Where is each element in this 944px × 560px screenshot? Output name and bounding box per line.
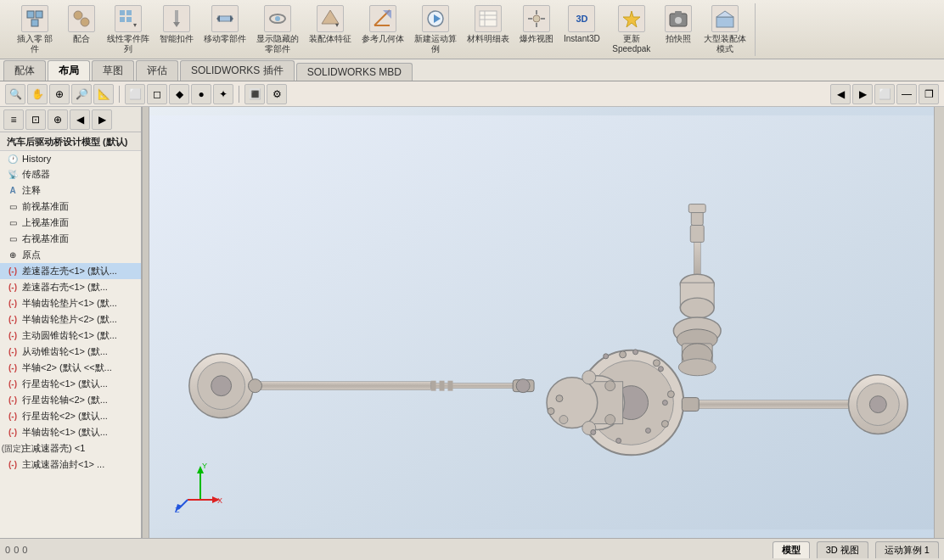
- insert-part-button[interactable]: 插入零 部件: [10, 3, 59, 56]
- scene-button[interactable]: 🔳: [244, 84, 265, 104]
- svg-point-3: [74, 11, 82, 20]
- tree-item-planet-gear1[interactable]: (-) 行星齿轮<1> (默认...: [0, 376, 141, 392]
- viewport-right-scrollbar[interactable]: [934, 107, 944, 538]
- status-tab-motion[interactable]: 运动算例 1: [875, 541, 939, 558]
- tree-item-diff-left[interactable]: (-) 差速器左壳<1> (默认...: [0, 263, 141, 279]
- tree-item-oil-seal[interactable]: (-) 主减速器油封<1> ...: [0, 456, 141, 473]
- svg-point-87: [556, 395, 563, 402]
- instant3d-button[interactable]: 3D Instant3D: [560, 3, 604, 56]
- zoom-in-button[interactable]: 🔍: [5, 84, 25, 104]
- annotation-label: 注释: [22, 184, 41, 197]
- svg-rect-77: [688, 204, 705, 213]
- svg-rect-89: [440, 381, 445, 391]
- display-mode-button[interactable]: ◆: [169, 84, 189, 104]
- bom-button[interactable]: 材料明细表: [464, 3, 513, 56]
- tree-item-half-gear-shim2[interactable]: (-) 半轴齿轮垫片<2> (默...: [0, 311, 141, 328]
- speedpak-button[interactable]: 更新Speedpak: [607, 3, 656, 56]
- tab-piti[interactable]: 配体: [3, 60, 46, 81]
- right-plane-label: 右视基准面: [22, 232, 69, 245]
- sensor-icon: 📡: [7, 169, 19, 181]
- mate-button[interactable]: 配合: [63, 3, 100, 56]
- move-part-button[interactable]: 移动零部件: [200, 3, 250, 56]
- svg-point-28: [533, 15, 540, 22]
- tree-item-planet-shaft2[interactable]: (-) 行星齿轮轴<2> (默...: [0, 392, 141, 408]
- svg-point-75: [678, 359, 716, 376]
- fit-button[interactable]: ⊕: [49, 84, 70, 104]
- restore-button[interactable]: ❐: [919, 84, 939, 104]
- speedpak-label: 更新Speedpak: [610, 34, 653, 54]
- pan-button[interactable]: ✋: [27, 84, 48, 104]
- status-tab-3dview[interactable]: 3D 视图: [817, 541, 868, 558]
- assembly-feature-button[interactable]: ▾ 装配体特征: [306, 3, 355, 56]
- snapshot-button[interactable]: 拍快照: [660, 3, 697, 56]
- prev-view-button[interactable]: ◀: [830, 84, 851, 104]
- tree-item-diff-right[interactable]: (-) 差速器右壳<1> (默...: [0, 279, 141, 295]
- tree-item-half-axle-gear1[interactable]: (-) 半轴齿轮<1> (默认...: [0, 424, 141, 440]
- sidebar-btn-2[interactable]: ⊡: [25, 109, 46, 130]
- svg-point-84: [591, 429, 596, 434]
- status-tab-model[interactable]: 模型: [773, 541, 810, 558]
- view-settings-button[interactable]: ⚙: [267, 84, 287, 104]
- section-view-button[interactable]: ⬜: [125, 84, 145, 104]
- diff-right-label: 差速器右壳<1> (默...: [22, 281, 108, 294]
- tree-item-half-shaft2[interactable]: (-) 半轴<2> (默认 <<默...: [0, 360, 141, 376]
- status-num-1: 0: [5, 545, 10, 555]
- smart-fastener-button[interactable]: 智能扣件: [156, 3, 197, 56]
- tree-item-sensor[interactable]: 📡 传感器: [0, 166, 141, 182]
- tree-item-top-plane[interactable]: ▭ 上视基准面: [0, 215, 141, 231]
- svg-point-42: [211, 376, 232, 396]
- status-numbers: 0 0 0: [5, 545, 27, 555]
- explode-label: 爆炸视图: [520, 34, 553, 44]
- lighting-button[interactable]: ✦: [213, 84, 233, 104]
- tab-sw-plugin[interactable]: SOLIDWORKS 插件: [180, 60, 295, 81]
- part-array-button[interactable]: ▾ 线性零件阵列: [104, 3, 153, 56]
- svg-text:▾: ▾: [335, 21, 339, 29]
- show-hide-label: 显示隐藏的零部件: [256, 34, 299, 54]
- sidebar-btn-4[interactable]: ◀: [70, 109, 90, 130]
- tree-item-origin[interactable]: ⊕ 原点: [0, 247, 141, 263]
- maximize-button[interactable]: ⬜: [874, 84, 895, 104]
- tree-item-front-plane[interactable]: ▭ 前视基准面: [0, 199, 141, 215]
- smart-fastener-label: 智能扣件: [160, 34, 194, 44]
- tree-item-half-gear-shim1[interactable]: (-) 半轴齿轮垫片<1> (默...: [0, 295, 141, 311]
- tab-evaluate[interactable]: 评估: [136, 60, 178, 81]
- sidebar-btn-1[interactable]: ≡: [3, 109, 24, 130]
- show-hide-button[interactable]: 显示隐藏的零部件: [253, 3, 302, 56]
- measure-button[interactable]: 📐: [93, 84, 114, 104]
- tree-item-driven-bevel[interactable]: (-) 从动锥齿轮<1> (默...: [0, 344, 141, 360]
- speedpak-icon: [618, 5, 645, 32]
- render-style-button[interactable]: ●: [191, 84, 211, 104]
- new-motion-button[interactable]: 新建运动算例: [411, 3, 460, 56]
- annotation-icon: A: [7, 185, 19, 197]
- sidebar-btn-5[interactable]: ▶: [92, 109, 112, 130]
- explode-button[interactable]: 爆炸视图: [516, 3, 557, 56]
- view-orient-button[interactable]: ◻: [147, 84, 167, 104]
- zoom-to-selection[interactable]: 🔎: [71, 84, 92, 104]
- ref-geometry-button[interactable]: 参考几何体: [358, 3, 407, 56]
- svg-rect-24: [480, 11, 497, 26]
- svg-point-83: [616, 438, 621, 443]
- svg-point-79: [633, 350, 638, 355]
- svg-point-82: [646, 428, 651, 433]
- svg-point-44: [249, 379, 262, 393]
- large-assembly-button[interactable]: 大型装配体模式: [700, 3, 750, 56]
- svg-rect-91: [682, 398, 699, 412]
- tree-item-main-drive-gear[interactable]: (-) 主动圆锥齿轮<1> (默...: [0, 328, 141, 344]
- tree-item-main-reducer-case[interactable]: (固定) 主减速器壳) <1: [0, 440, 141, 456]
- tree-item-annotation[interactable]: A 注释: [0, 182, 141, 199]
- new-motion-label: 新建运动算例: [414, 34, 457, 54]
- tree-item-history[interactable]: 🕐 History: [0, 151, 141, 166]
- new-motion-icon: [422, 5, 449, 32]
- tree-item-right-plane[interactable]: ▭ 右视基准面: [0, 231, 141, 247]
- tab-layout[interactable]: 布局: [48, 60, 90, 81]
- tree-item-planet-gear2[interactable]: (-) 行星齿轮<2> (默认...: [0, 408, 141, 424]
- sidebar-btn-3[interactable]: ⊕: [48, 109, 68, 130]
- 3d-viewport[interactable]: Y X Z: [149, 107, 944, 538]
- tab-sketch[interactable]: 草图: [92, 60, 134, 81]
- svg-rect-88: [431, 381, 436, 391]
- tab-sw-mbd[interactable]: SOLIDWORKS MBD: [296, 63, 413, 81]
- viewport-left-scrollbar[interactable]: [143, 107, 149, 538]
- minimize-button[interactable]: —: [896, 84, 917, 104]
- large-assembly-label: 大型装配体模式: [704, 34, 746, 54]
- next-view-button[interactable]: ▶: [852, 84, 873, 104]
